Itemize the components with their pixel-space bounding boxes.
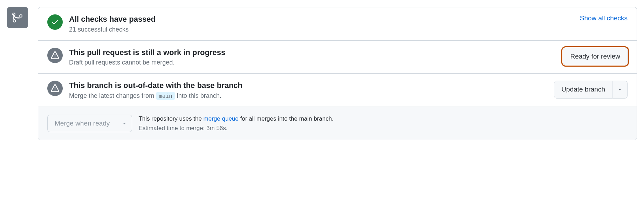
merge-when-ready-button-group: Merge when ready [47,115,132,133]
merge-footer-section: Merge when ready This repository uses th… [38,107,637,140]
alert-icon [51,51,59,60]
checks-body: All checks have passed 21 successful che… [69,14,574,33]
outdated-sub-prefix: Merge the latest changes from [69,92,156,99]
check-icon [51,18,59,26]
draft-status-circle [47,48,63,63]
draft-subtitle: Draft pull requests cannot be merged. [69,59,556,66]
success-status-circle [47,14,63,30]
checks-title: All checks have passed [69,14,574,25]
merge-estimate-line: Estimated time to merge: 3m 56s. [138,123,334,133]
merge-status-box: All checks have passed 21 successful che… [38,7,637,140]
footer-line2-time: 3m 56s. [206,125,227,131]
triangle-down-icon [617,87,622,92]
pr-merge-panel: All checks have passed 21 successful che… [7,7,637,140]
checks-subtitle: 21 successful checks [69,26,574,33]
merge-queue-link[interactable]: merge queue [204,115,239,122]
outdated-subtitle: Merge the latest changes from main into … [69,92,548,100]
update-branch-button[interactable]: Update branch [554,81,612,99]
update-branch-button-group: Update branch [554,81,628,99]
footer-line2-prefix: Estimated time to merge: [138,125,206,131]
draft-section: This pull request is still a work in pro… [38,41,637,74]
draft-title: This pull request is still a work in pro… [69,48,556,58]
merge-when-ready-dropdown-button[interactable] [117,115,132,133]
checks-section: All checks have passed 21 successful che… [38,7,637,41]
show-all-checks-link[interactable]: Show all checks [580,14,628,22]
outdated-title: This branch is out-of-date with the base… [69,81,548,91]
outdated-status-circle [47,81,63,96]
merge-footer-text: This repository uses the merge queue for… [138,114,334,133]
outdated-section: This branch is out-of-date with the base… [38,74,637,107]
triangle-down-icon [122,121,127,126]
update-branch-dropdown-button[interactable] [612,81,628,99]
merge-queue-line: This repository uses the merge queue for… [138,114,334,123]
footer-line1-prefix: This repository uses the [138,115,203,122]
git-merge-icon [12,12,23,23]
outdated-sub-suffix: into this branch. [175,92,221,99]
merge-when-ready-button[interactable]: Merge when ready [47,115,117,133]
base-branch-name: main [156,92,175,100]
git-merge-timeline-badge [7,7,28,28]
alert-icon [51,84,59,93]
ready-for-review-button[interactable]: Ready for review [563,48,628,66]
outdated-body: This branch is out-of-date with the base… [69,81,548,100]
footer-line1-suffix: for all merges into the main branch. [239,115,334,122]
draft-body: This pull request is still a work in pro… [69,48,556,67]
